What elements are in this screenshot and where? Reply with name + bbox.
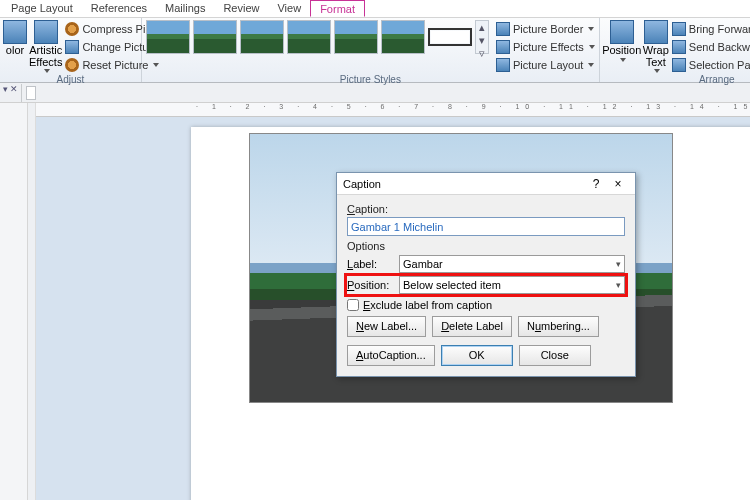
exclude-checkbox-row[interactable]: Exclude label from caption (347, 299, 625, 311)
chevron-down-icon (589, 45, 595, 49)
tab-format[interactable]: Format (310, 0, 365, 17)
label-field-label: Label: (347, 258, 395, 270)
color-button[interactable]: olor (4, 20, 26, 57)
selpane-icon (672, 58, 686, 72)
style-gallery[interactable]: ▴ ▾ ▿ (146, 20, 489, 54)
gallery-more[interactable]: ▴ ▾ ▿ (475, 20, 489, 54)
ribbon-tabs: Page Layout References Mailings Review V… (0, 0, 750, 18)
ribbon: olor Artistic Effects Compress Pictures … (0, 18, 750, 83)
send-backward-button[interactable]: Send Backward (672, 38, 750, 55)
caption-input[interactable] (347, 217, 625, 236)
dialog-titlebar[interactable]: Caption ? × (337, 173, 635, 195)
position-field-label: Position: (347, 279, 395, 291)
style-thumb[interactable] (146, 20, 190, 54)
caption-dialog: Caption ? × CCaption:aption: Options Lab… (336, 172, 636, 377)
position-label: Position (602, 45, 641, 57)
gallery-up-icon[interactable]: ▴ (476, 21, 488, 34)
bring-forward-button[interactable]: Bring Forward (672, 20, 750, 37)
position-select[interactable]: Below selected item▾ (399, 276, 625, 294)
reset-label: Reset Picture (82, 59, 148, 71)
backward-label: Send Backward (689, 41, 750, 53)
border-label: Picture Border (513, 23, 583, 35)
style-thumb[interactable] (334, 20, 378, 54)
position-value: Below selected item (403, 279, 501, 291)
options-heading: Options (347, 240, 625, 252)
help-button[interactable]: ? (585, 177, 607, 191)
chevron-down-icon: ▾ (616, 280, 621, 290)
reset-icon (65, 58, 79, 72)
layout-icon (496, 58, 510, 72)
forward-label: Bring Forward (689, 23, 750, 35)
group-picture-styles: ▴ ▾ ▿ Picture Border Picture Effects Pic… (142, 18, 600, 82)
tab-view[interactable]: View (268, 0, 310, 17)
color-label: olor (6, 45, 24, 57)
layout-label: Picture Layout (513, 59, 583, 71)
picture-border-button[interactable]: Picture Border (496, 20, 595, 37)
wrap-label: Wrap Text (643, 45, 669, 68)
dialog-title: Caption (343, 178, 585, 190)
autocaption-button[interactable]: AutoCaption... (347, 345, 435, 366)
chevron-down-icon: ▾ (616, 259, 621, 269)
backward-icon (672, 40, 686, 54)
group-adjust-label: Adjust (4, 73, 137, 86)
delete-label-button[interactable]: Delete Label (432, 316, 512, 337)
group-arrange: Position Wrap Text Bring Forward Send Ba… (600, 18, 750, 82)
wrap-text-button[interactable]: Wrap Text (643, 20, 669, 73)
position-row-highlight: Position: Below selected item▾ (347, 276, 625, 294)
inserted-picture[interactable]: Caption ? × CCaption:aption: Options Lab… (249, 133, 673, 403)
caption-field-label: CCaption:aption: (347, 203, 625, 215)
picture-effects-button[interactable]: Picture Effects (496, 38, 595, 55)
chevron-down-icon (620, 58, 626, 62)
chevron-down-icon (588, 63, 594, 67)
exclude-label: Exclude label from caption (363, 299, 492, 311)
page[interactable]: Caption ? × CCaption:aption: Options Lab… (191, 127, 750, 500)
picture-layout-button[interactable]: Picture Layout (496, 56, 595, 73)
style-thumb[interactable] (381, 20, 425, 54)
label-value: Gambar (403, 258, 443, 270)
style-thumb[interactable] (287, 20, 331, 54)
style-thumb[interactable] (240, 20, 284, 54)
selection-pane-button[interactable]: Selection Pane (672, 56, 750, 73)
close-dialog-button[interactable]: Close (519, 345, 591, 366)
group-arrange-label: Arrange (604, 73, 750, 86)
selpane-label: Selection Pane (689, 59, 750, 71)
tab-review[interactable]: Review (214, 0, 268, 17)
position-button[interactable]: Position (604, 20, 640, 62)
new-label-button[interactable]: New Label... (347, 316, 426, 337)
label-select[interactable]: Gambar▾ (399, 255, 625, 273)
vruler-toggle[interactable] (26, 86, 36, 100)
wrap-icon (644, 20, 668, 44)
artistic-label: Artistic Effects (29, 45, 62, 68)
vertical-ruler[interactable] (28, 103, 36, 500)
artistic-icon (34, 20, 58, 44)
style-thumb[interactable] (193, 20, 237, 54)
gallery-expand-icon[interactable]: ▿ (476, 47, 488, 60)
artistic-effects-button[interactable]: Artistic Effects (29, 20, 62, 73)
tab-page-layout[interactable]: Page Layout (2, 0, 82, 17)
tab-mailings[interactable]: Mailings (156, 0, 214, 17)
dialog-body: CCaption:aption: Options Label: Gambar▾ … (337, 195, 635, 376)
numbering-button[interactable]: Numbering... (518, 316, 599, 337)
style-thumb-selected[interactable] (428, 28, 472, 46)
workspace: · 1 · 2 · 3 · 4 · 5 · 6 · 7 · 8 · 9 · 10… (0, 103, 750, 500)
effects-icon (496, 40, 510, 54)
ok-button[interactable]: OK (441, 345, 513, 366)
navigation-panel[interactable] (0, 103, 28, 500)
panel-toggle[interactable]: ▾ ✕ (0, 84, 22, 102)
gallery-down-icon[interactable]: ▾ (476, 34, 488, 47)
effects-label: Picture Effects (513, 41, 584, 53)
tab-references[interactable]: References (82, 0, 156, 17)
document-area[interactable]: · 1 · 2 · 3 · 4 · 5 · 6 · 7 · 8 · 9 · 10… (36, 103, 750, 500)
group-styles-label: Picture Styles (146, 73, 595, 86)
group-adjust: olor Artistic Effects Compress Pictures … (0, 18, 142, 82)
chevron-down-icon (588, 27, 594, 31)
exclude-checkbox[interactable] (347, 299, 359, 311)
compress-icon (65, 22, 79, 36)
horizontal-ruler[interactable]: · 1 · 2 · 3 · 4 · 5 · 6 · 7 · 8 · 9 · 10… (36, 103, 750, 117)
position-icon (610, 20, 634, 44)
border-icon (496, 22, 510, 36)
change-icon (65, 40, 79, 54)
forward-icon (672, 22, 686, 36)
color-icon (3, 20, 27, 44)
close-button[interactable]: × (607, 177, 629, 191)
